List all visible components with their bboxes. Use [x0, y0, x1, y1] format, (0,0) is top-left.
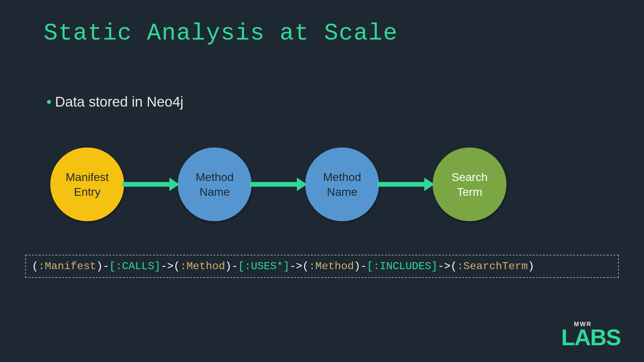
diagram-node: MethodName: [305, 147, 379, 221]
query-token: -: [360, 260, 367, 273]
query-token: ->: [289, 260, 302, 273]
diagram-node: SearchTerm: [433, 147, 506, 221]
query-token: (: [173, 260, 180, 273]
query-token: ): [354, 260, 360, 273]
query-token: (: [303, 260, 309, 273]
flow-diagram: ManifestEntryMethodNameMethodNameSearchT…: [50, 147, 506, 221]
arrow-icon: [122, 181, 179, 188]
query-token: :SearchTerm: [457, 260, 528, 273]
query-token: (: [32, 260, 38, 273]
query-token: :Method: [309, 260, 354, 273]
diagram-node: ManifestEntry: [50, 147, 124, 221]
mwr-labs-logo: MWR LABS: [561, 321, 621, 349]
query-token: ->: [438, 260, 450, 273]
query-token: [:INCLUDES]: [367, 260, 438, 273]
query-token: :Method: [180, 260, 225, 273]
query-token: ): [225, 260, 231, 273]
diagram-node: MethodName: [178, 147, 252, 221]
slide-title: Static Analysis at Scale: [44, 20, 398, 47]
arrow-icon: [377, 181, 434, 188]
cypher-query-box: (:Manifest)-[:CALLS]->(:Method)-[:USES*]…: [25, 255, 619, 278]
query-token: -: [103, 260, 109, 273]
query-token: :Manifest: [38, 260, 96, 273]
bullet-item: Data stored in Neo4j: [47, 94, 183, 110]
query-token: (: [450, 260, 457, 273]
query-token: -: [231, 260, 238, 273]
query-token: ->: [161, 260, 173, 273]
arrow-icon: [250, 181, 307, 188]
logo-labs-text: LABS: [561, 326, 621, 349]
query-token: ): [96, 260, 103, 273]
bullet-text: Data stored in Neo4j: [55, 94, 183, 110]
query-token: [:USES*]: [238, 260, 290, 273]
query-token: ): [528, 260, 534, 273]
bullet-icon: [47, 100, 51, 104]
query-token: [:CALLS]: [109, 260, 161, 273]
